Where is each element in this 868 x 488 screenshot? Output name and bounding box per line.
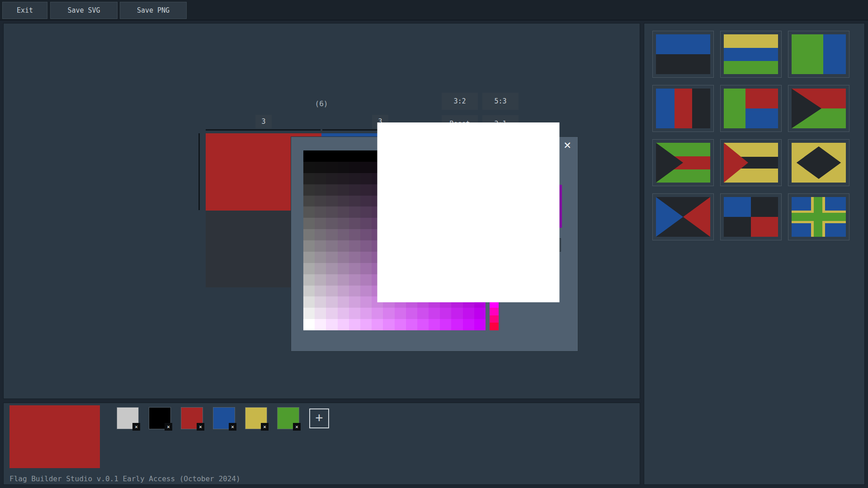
sv-cell[interactable] [315,252,326,263]
remove-swatch-button[interactable]: ✕ [197,423,204,431]
sv-cell[interactable] [349,196,360,207]
sv-cell[interactable] [338,206,349,218]
sv-cell[interactable] [349,252,360,263]
sv-cell[interactable] [338,252,349,263]
sv-cell[interactable] [315,240,326,252]
palette-swatch-3[interactable]: ✕ [181,407,203,429]
sv-cell[interactable] [451,308,462,319]
sv-cell[interactable] [338,240,349,252]
sv-cell[interactable] [360,150,372,162]
sv-cell[interactable] [303,240,315,252]
sv-cell[interactable] [383,319,394,330]
sv-cell[interactable] [326,206,337,218]
column-width-label-1[interactable]: 3 [255,115,272,128]
sv-cell[interactable] [360,184,372,196]
sv-cell[interactable] [338,296,349,308]
sv-cell[interactable] [440,319,451,330]
flag-thumbnail-green-hoist-red-blue[interactable] [720,85,782,132]
sv-cell[interactable] [326,319,337,330]
sv-cell[interactable] [372,308,383,319]
sv-cell[interactable] [349,286,360,297]
sv-cell[interactable] [315,218,326,229]
exit-button[interactable]: Exit [2,2,47,19]
sv-cell[interactable] [326,286,337,297]
sv-cell[interactable] [417,308,429,319]
sv-cell[interactable] [326,150,337,162]
sv-cell[interactable] [360,308,372,319]
hue-cell[interactable] [490,315,499,323]
sv-cell[interactable] [395,308,406,319]
sv-cell[interactable] [326,173,337,184]
sv-cell[interactable] [360,252,372,263]
flag-thumbnail-red-green-black-triangle[interactable] [788,85,849,132]
sv-cell[interactable] [303,162,315,173]
sv-cell[interactable] [315,296,326,308]
sv-cell[interactable] [338,263,349,274]
remove-swatch-button[interactable]: ✕ [132,423,140,431]
flag-thumbnail-blue-black-bicolor[interactable] [652,31,714,78]
remove-swatch-button[interactable]: ✕ [165,423,172,431]
sv-cell[interactable] [303,263,315,274]
sv-cell[interactable] [315,274,326,286]
sv-cell[interactable] [303,196,315,207]
sv-cell[interactable] [349,274,360,286]
sv-cell[interactable] [383,308,394,319]
flag-thumbnail-green-blue-vertical[interactable] [788,31,849,78]
sv-cell[interactable] [326,240,337,252]
sv-cell[interactable] [474,319,486,330]
sv-cell[interactable] [315,286,326,297]
sv-cell[interactable] [315,206,326,218]
sv-cell[interactable] [303,296,315,308]
sv-cell[interactable] [315,162,326,173]
sv-cell[interactable] [349,150,360,162]
sv-cell[interactable] [360,319,372,330]
sv-cell[interactable] [303,229,315,240]
sv-cell[interactable] [303,308,315,319]
sv-cell[interactable] [349,319,360,330]
sv-cell[interactable] [360,218,372,229]
sv-cell[interactable] [338,173,349,184]
sv-cell[interactable] [315,150,326,162]
sv-cell[interactable] [360,286,372,297]
sv-cell[interactable] [372,319,383,330]
palette-swatch-6[interactable]: ✕ [277,407,299,429]
sv-cell[interactable] [326,263,337,274]
sv-cell[interactable] [349,229,360,240]
sv-cell[interactable] [326,274,337,286]
sv-cell[interactable] [349,240,360,252]
remove-swatch-button[interactable]: ✕ [293,423,301,431]
sv-cell[interactable] [315,308,326,319]
flag-thumbnail-yellow-black-band-red-triangle[interactable] [720,139,782,186]
close-dialog-button[interactable]: ✕ [560,137,575,152]
sv-cell[interactable] [338,308,349,319]
sv-cell[interactable] [303,252,315,263]
sv-cell[interactable] [463,319,474,330]
sv-cell[interactable] [326,308,337,319]
sv-cell[interactable] [315,263,326,274]
sv-cell[interactable] [349,162,360,173]
sv-cell[interactable] [429,308,440,319]
sv-cell[interactable] [349,263,360,274]
sv-cell[interactable] [338,184,349,196]
flag-thumbnail-blue-black-red-quarters[interactable] [720,193,782,240]
sv-cell[interactable] [326,252,337,263]
save-png-button[interactable]: Save PNG [120,2,187,19]
aspect-3-2-button[interactable]: 3:2 [442,93,478,110]
sv-cell[interactable] [338,319,349,330]
flag-thumbnail-yellow-blue-green-tricolor[interactable] [720,31,782,78]
sv-cell[interactable] [326,296,337,308]
sv-cell[interactable] [338,150,349,162]
sv-cell[interactable] [360,196,372,207]
sv-cell[interactable] [315,229,326,240]
flag-thumbnail-blue-red-black-vertical[interactable] [652,85,714,132]
sv-cell[interactable] [349,184,360,196]
sv-cell[interactable] [326,229,337,240]
sv-cell[interactable] [417,319,429,330]
saturation-value-grid[interactable] [303,150,486,330]
sv-cell[interactable] [338,286,349,297]
sv-cell[interactable] [451,319,462,330]
sv-cell[interactable] [303,184,315,196]
sv-cell[interactable] [406,308,417,319]
sv-cell[interactable] [303,150,315,162]
sv-cell[interactable] [349,308,360,319]
